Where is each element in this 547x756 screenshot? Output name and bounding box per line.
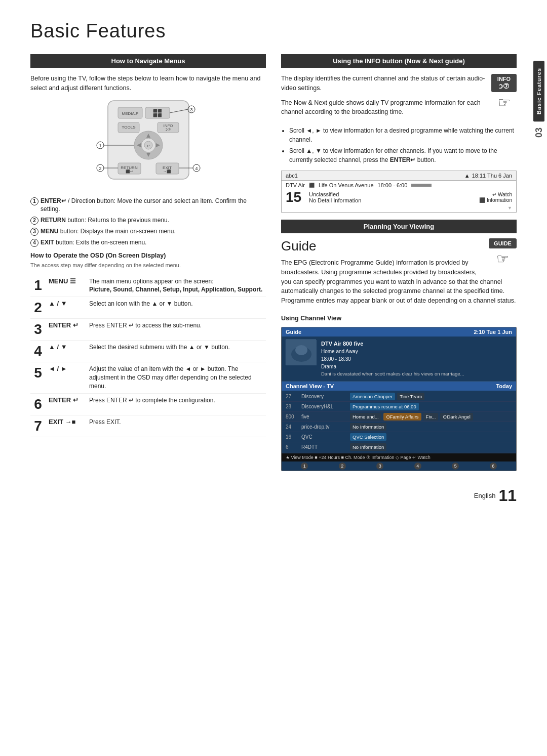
footer-num-4: 4 xyxy=(414,463,421,470)
sidebar-section-label: Basic Features xyxy=(533,61,544,121)
guide-ch-row-16: 16 QVC QVC Selection xyxy=(282,432,516,442)
guide-preview-row: DTV Air 800 five Home and Away 18:00 - 1… xyxy=(282,337,516,382)
info-button-img-box: INFOↄ⑦ ☞ xyxy=(491,74,517,111)
info-button-section: Using the INFO button (Now & Next guide)… xyxy=(281,54,517,213)
prog-time: 18:00 - 6:00 xyxy=(378,182,408,188)
page-title: Basic Features xyxy=(30,20,517,42)
no-detail-label: No Detail Information xyxy=(309,197,361,203)
channel-info-row: DTV Air ⬛ Life On Venus Avenue 18:00 - 6… xyxy=(282,181,516,212)
info-header: Using the INFO button (Now & Next guide) xyxy=(281,54,517,68)
nav-label-3: 3 xyxy=(30,228,38,236)
guide-hand-icon: ☞ xyxy=(489,250,517,267)
navigate-menus-section: How to Navigate Menus Before using the T… xyxy=(30,54,266,437)
guide-intro: The EPG (Electronic Programme Guide) inf… xyxy=(281,258,517,306)
nav-item-3: 3 MENU button: Displays the main on-scre… xyxy=(30,227,266,236)
dtv-air-label: DTV Air xyxy=(286,182,305,188)
guide-ch-row-24: 24 price-drop.tv No Information xyxy=(282,422,516,432)
watch-label: ↵ Watch xyxy=(479,192,512,197)
prog-bar xyxy=(411,184,432,187)
osd-table: 1 MENU ☰ The main menu options appear on… xyxy=(30,275,266,437)
svg-text:TOOLS: TOOLS xyxy=(122,125,135,130)
guide-screen-header: Guide 2:10 Tue 1 Jun xyxy=(282,327,516,337)
page-sidebar: Basic Features 03 xyxy=(531,0,547,756)
guide-channel-list: 27 Discovery American Chopper Tine Team … xyxy=(282,391,516,453)
guide-ch-row-28: 28 DiscoveryH&L Programmes resume at 06:… xyxy=(282,402,516,412)
show-desc: Dani is devastated when scott makes clea… xyxy=(321,370,464,377)
svg-text:⬛⬛: ⬛⬛ xyxy=(153,113,162,117)
svg-text:MEDIA.P: MEDIA.P xyxy=(122,111,138,116)
guide-ch-row-6: 6 R4DTT No Information xyxy=(282,442,516,452)
info-bullet-1: Scroll ◄, ► to view information for a de… xyxy=(289,126,517,144)
svg-point-39 xyxy=(295,345,307,355)
guide-screen-title: Guide xyxy=(286,329,301,335)
svg-text:⬛⬛: ⬛⬛ xyxy=(153,108,162,113)
nav-label-2: 2 xyxy=(30,217,38,225)
guide-button-label: GUIDE xyxy=(489,238,517,248)
dtv-icon: ⬛ xyxy=(309,183,315,188)
guide-preview-image xyxy=(286,340,316,365)
guide-footer-numbers: 1 2 3 4 5 6 xyxy=(282,461,516,471)
nav-item-1: 1 ENTER↵ / Direction button: Move the cu… xyxy=(30,197,266,214)
guide-screen: Guide 2:10 Tue 1 Jun DTV Air 800 xyxy=(281,327,517,471)
osd-row-6: 6 ENTER ↵ Press ENTER ↵ to complete the … xyxy=(30,393,266,415)
nav-label-1: 1 xyxy=(30,197,38,205)
guide-button-box: GUIDE ☞ xyxy=(489,238,517,267)
svg-text:⬛↩: ⬛↩ xyxy=(125,169,133,174)
footer-num-5: 5 xyxy=(452,463,459,470)
remote-diagram: MEDIA.P ⬛⬛ ⬛⬛ TOOLS INFO ↄ⑦ xyxy=(30,98,266,192)
channel-actions: ↵ Watch ⬛ Information xyxy=(479,192,512,203)
osd-row-1: 1 MENU ☰ The main menu options appear on… xyxy=(30,275,266,297)
footer-num-1: 1 xyxy=(301,463,308,470)
info-bullet-2: Scroll ▲, ▼ to view information for othe… xyxy=(289,146,517,164)
svg-text:1: 1 xyxy=(99,143,101,148)
channel-name: abc1 xyxy=(286,173,298,179)
footer-num-6: 6 xyxy=(490,463,497,470)
guide-ch-row-800: 800 five Home and... ⊙Family Affairs Fiv… xyxy=(282,412,516,422)
unclassified-label: Unclassified xyxy=(309,191,361,197)
channel-number-big: 15 xyxy=(286,189,306,205)
osd-row-5: 5 ◄ / ► Adjust the value of an item with… xyxy=(30,362,266,393)
svg-text:↵: ↵ xyxy=(146,144,150,148)
planning-header: Planning Your Viewing xyxy=(281,220,517,233)
osd-subheading: How to Operate the OSD (On Screen Displa… xyxy=(30,252,266,259)
info-intro-2: The Now & Next guide shows daily TV prog… xyxy=(281,98,517,117)
svg-text:4: 4 xyxy=(195,166,198,171)
nav-item-4: 4 EXIT button: Exits the on-screen menu. xyxy=(30,238,266,247)
navigate-numbered-list: 1 ENTER↵ / Direction button: Move the cu… xyxy=(30,197,266,247)
guide-footer: ★ View Mode ■ +24 Hours ■ Ch. Mode ⑦ Inf… xyxy=(282,453,516,461)
osd-section: How to Operate the OSD (On Screen Displa… xyxy=(30,252,266,437)
information-label: ⬛ Information xyxy=(479,197,512,203)
navigate-header: How to Navigate Menus xyxy=(30,54,266,68)
svg-text:ↄ⑦: ↄ⑦ xyxy=(166,128,171,131)
show-time: 18:00 - 18:30 xyxy=(321,355,464,363)
show-subtitle: Home and Away xyxy=(321,348,464,355)
osd-row-4: 4 ▲ / ▼ Select the desired submenu with … xyxy=(30,341,266,362)
info-intro-1: The display identifies the current chann… xyxy=(281,74,517,93)
channel-info-box: abc1 ▲ 18:11 Thu 6 Jan DTV Air ⬛ Life On… xyxy=(281,171,517,213)
channel-info-header: abc1 ▲ 18:11 Thu 6 Jan xyxy=(282,171,516,181)
channel-view-label: Using Channel View xyxy=(281,315,517,322)
nav-item-2: 2 RETURN button: Returns to the previous… xyxy=(30,216,266,225)
channel-timestamp: ▲ 18:11 Thu 6 Jan xyxy=(464,173,512,179)
osd-row-7: 7 EXIT →■ Press EXIT. xyxy=(30,415,266,437)
page-footer: English 11 xyxy=(30,486,517,505)
guide-ch-row-27: 27 Discovery American Chopper Tine Team xyxy=(282,392,516,402)
footer-page-number: 11 xyxy=(498,486,517,505)
show-title: DTV Air 800 five xyxy=(321,340,464,348)
navigate-intro: Before using the TV, follow the steps be… xyxy=(30,74,266,93)
svg-text:→⬛: →⬛ xyxy=(163,169,171,174)
osd-note: The access step may differ depending on … xyxy=(30,261,266,270)
hand-press-icon: ☞ xyxy=(491,94,517,111)
svg-text:3: 3 xyxy=(190,107,192,112)
info-button-label: INFOↄ⑦ xyxy=(491,74,517,92)
nav-label-4: 4 xyxy=(30,239,38,247)
guide-screen-timestamp: 2:10 Tue 1 Jun xyxy=(474,329,512,335)
guide-ch-label: Channel View - TV Today xyxy=(282,382,516,391)
osd-row-3: 3 ENTER ↵ Press ENTER ↵ to access the su… xyxy=(30,319,266,341)
footer-language: English xyxy=(474,492,496,499)
show-genre: Drama xyxy=(321,363,464,370)
svg-text:2: 2 xyxy=(99,166,101,171)
footer-num-2: 2 xyxy=(339,463,346,470)
osd-row-2: 2 ▲ / ▼ Select an icon with the ▲ or ▼ b… xyxy=(30,297,266,319)
guide-title: Guide xyxy=(281,238,517,254)
